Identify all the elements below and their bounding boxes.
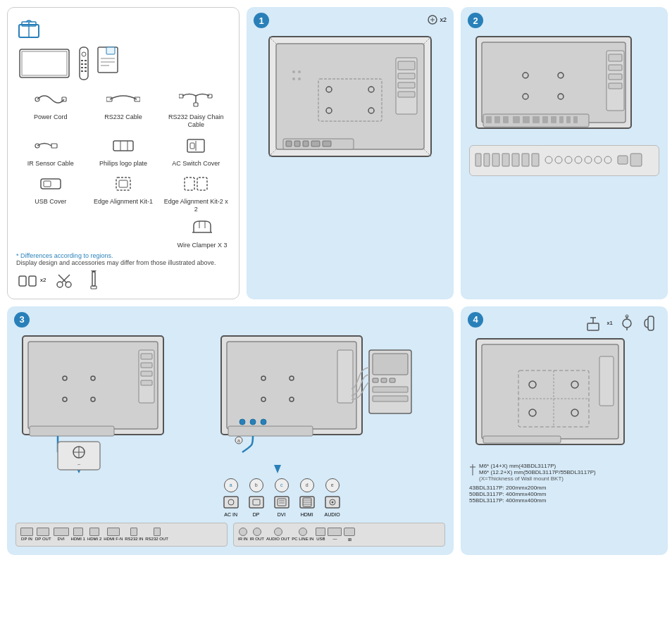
svg-rect-142 [227,342,356,429]
svg-rect-82 [482,42,626,123]
step3-number: 3 [14,312,30,328]
svg-rect-102 [566,116,571,123]
screw-info-2: M6* (12.2+X) mm(50BDL3117P/55BDL3117P) [479,469,596,475]
svg-rect-195 [483,436,561,443]
svg-rect-94 [494,116,500,123]
scissors-tool [53,270,75,290]
svg-rect-156 [390,378,395,382]
svg-point-113 [565,156,572,163]
philips-logo-item: Philips logo plate [89,133,157,168]
edge-kit1-label: Edge Alignment Kit-1 [94,198,153,206]
svg-point-115 [585,156,592,163]
svg-point-114 [575,156,582,163]
svg-rect-10 [85,63,87,65]
connector-e-label: AUDIO [325,512,340,517]
mount-x1-label: x1 [607,320,613,326]
svg-rect-99 [542,116,548,123]
connector-b: b [249,478,263,492]
svg-rect-130 [141,380,152,385]
svg-rect-97 [523,116,530,123]
wrench-icon [641,313,661,333]
right-ports-row: IR IN IR OUT AUDIO OUT PC LINE IN [238,528,440,542]
svg-point-6 [82,52,86,56]
dvi-port: DVI [54,528,69,541]
svg-rect-3 [20,49,69,77]
power-cord-item: Power Cord [16,87,85,129]
svg-rect-187 [482,344,618,439]
edge-kit2-icon [178,171,213,197]
svg-rect-155 [381,378,387,382]
left-connector-bar: DP IN DP OUT DVI HDMI 1 [15,523,228,547]
svg-rect-166 [275,497,289,508]
hdmi2-port: HDMI 2 [87,528,101,541]
svg-rect-157 [373,387,408,392]
svg-rect-44 [19,276,26,286]
power-cord-label: Power Cord [34,113,68,121]
svg-rect-64 [294,141,300,147]
step1-panel: 1 x2 [247,7,454,299]
svg-point-149 [250,419,256,425]
connector-a: a [224,478,238,492]
differences-note: * Differences according to regions. [16,252,230,259]
display-icon [16,46,73,81]
drill-icon [617,313,637,333]
svg-text:~: ~ [77,461,81,468]
svg-point-47 [66,282,71,287]
wire-clamper-icon [185,215,220,240]
svg-rect-29 [113,141,133,151]
svg-rect-9 [81,63,83,65]
step2-number: 2 [468,13,483,28]
svg-rect-110 [532,154,539,166]
svg-rect-69 [398,61,415,70]
rs232out-port: RS232 OUT [145,528,168,541]
edge-kit2-label: Edge Alignment Kit-2 x 2 [162,198,230,213]
svg-rect-127 [141,354,152,359]
connector-a-label: AC IN [224,512,237,517]
network-port: ⊞ [344,528,355,542]
screws-x2-label: x2 [40,277,46,283]
screw-info-1: M6* (14+X) mm(43BDL3117P) [479,463,596,469]
svg-rect-4 [22,51,67,75]
edge-kit1-item: Edge Alignment Kit-1 [89,171,157,213]
svg-rect-14 [85,70,87,72]
svg-point-148 [239,419,245,425]
philips-logo-icon [106,133,141,158]
svg-rect-89 [609,65,622,70]
ir-sensor-item: IR Sensor Cable [16,133,85,168]
svg-rect-90 [609,74,622,80]
svg-rect-147 [228,426,313,436]
ac-switch-label: AC Switch Cover [172,160,220,168]
svg-rect-153 [373,354,408,375]
svg-rect-70 [398,73,415,79]
step3-left: ~ [15,329,209,517]
svg-rect-100 [551,116,556,123]
svg-rect-11 [81,67,83,68]
svg-rect-36 [44,181,51,187]
hdmi1-port: HDMI 1 [71,528,85,541]
ir-sensor-icon [33,133,68,158]
svg-rect-88 [609,54,622,61]
svg-point-80 [298,77,301,80]
model-50: 50BDL3117P: 400mmx400mm [469,491,659,497]
svg-rect-24 [179,94,183,98]
rs232-item: RS232 Cable [89,87,157,129]
step3-connector-labels: a AC IN b DP [214,478,445,517]
svg-rect-16 [106,47,115,54]
tools-row: x2 [16,270,230,290]
svg-rect-108 [512,154,519,166]
ac-switch-item: AC Switch Cover [162,133,230,168]
step4-tools: x1 [583,313,661,333]
connector-c: c [275,478,289,492]
step3-right: a a AC IN b [214,329,445,517]
svg-rect-22 [106,97,112,101]
usb-port: USB [316,528,325,541]
svg-point-112 [555,156,562,163]
svg-rect-196 [599,356,614,406]
svg-rect-65 [303,141,309,147]
model-43: 43BDL3117P: 200mmx200mm [469,485,659,491]
svg-rect-8 [85,60,87,61]
step2-ports-callout [469,145,659,176]
svg-rect-131 [30,426,114,436]
svg-rect-63 [286,141,292,147]
svg-point-79 [292,77,295,80]
